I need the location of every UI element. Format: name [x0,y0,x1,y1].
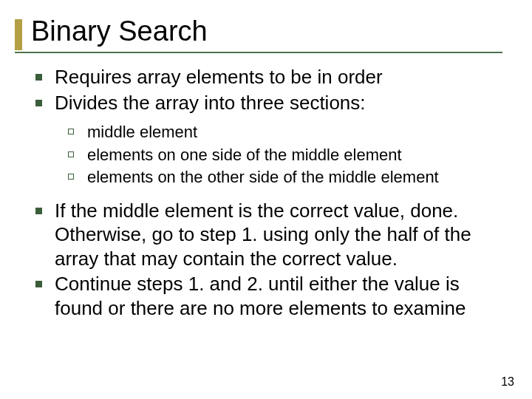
square-bullet-icon [35,208,42,214]
list-item-text: elements on one side of the middle eleme… [87,146,402,164]
list-item: If the middle element is the correct val… [34,199,510,271]
title-block: Binary Search [15,16,517,53]
list-item-text: middle element [87,123,197,141]
list-item: Requires array elements to be in order [34,65,510,89]
open-square-bullet-icon [68,174,74,180]
list-item: middle element [66,122,510,143]
slide: Binary Search Requires array elements to… [0,0,532,399]
body-content: Requires array elements to be in order D… [34,65,510,321]
list-item-text: Requires array elements to be in order [55,66,383,88]
list-item: Continue steps 1. and 2. until either th… [34,272,510,320]
title-underline [15,52,502,53]
title-accent-bar [15,19,22,50]
square-bullet-icon [35,74,42,81]
list-item-text: elements on the other side of the middle… [87,168,439,186]
page-number: 13 [501,375,514,389]
square-bullet-icon [35,100,42,106]
list-item-text: Continue steps 1. and 2. until either th… [55,273,466,319]
square-bullet-icon [35,281,42,287]
sub-list: middle element elements on one side of t… [66,122,510,188]
list-item-text: Divides the array into three sections: [55,92,366,114]
open-square-bullet-icon [68,151,74,157]
list-item: elements on the other side of the middle… [66,167,510,188]
list-item: Divides the array into three sections: [34,91,510,115]
slide-title: Binary Search [31,16,517,47]
list-item-text: If the middle element is the correct val… [55,200,471,270]
list-item: elements on one side of the middle eleme… [66,145,510,166]
open-square-bullet-icon [68,129,74,134]
